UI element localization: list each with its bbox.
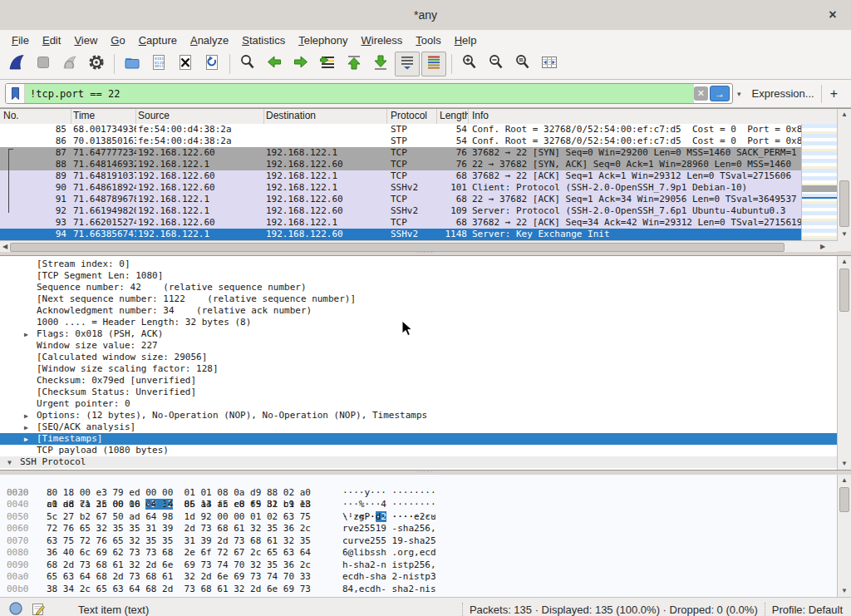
filter-bookmark-button[interactable]: [6, 84, 25, 103]
menu-tools[interactable]: Tools: [409, 33, 447, 47]
hex-row-0080[interactable]: 008036 40 6c 69 62 73 73 68 2e 6f 72 67 …: [0, 547, 851, 559]
hex-row-0040[interactable]: 0040a1 dd c1 25 00 00 04 34 06 14 f5 e8 …: [0, 499, 851, 511]
scroll-thumb[interactable]: [839, 180, 849, 227]
go-last-packet-button[interactable]: [368, 52, 393, 76]
profile-label[interactable]: Profile: Default: [772, 604, 843, 616]
scroll-down-icon[interactable]: ▼: [838, 585, 851, 597]
go-forward-button[interactable]: [288, 52, 313, 76]
display-filter-input[interactable]: [25, 84, 694, 103]
packet-list-vscrollbar[interactable]: ▲ ▼: [837, 109, 851, 240]
auto-scroll-button[interactable]: [395, 52, 420, 76]
stop-capture-button[interactable]: [31, 52, 56, 76]
hex-row-00b0[interactable]: 00b038 34 2c 65 63 64 68 2d 73 68 61 32 …: [0, 584, 851, 596]
col-protocol[interactable]: Protocol: [387, 109, 437, 124]
menu-capture[interactable]: Capture: [132, 33, 184, 47]
find-packet-button[interactable]: [235, 52, 260, 76]
scroll-thumb[interactable]: [10, 243, 785, 252]
restart-capture-button[interactable]: [57, 52, 82, 76]
detail-line-timestamps-selected[interactable]: ▶[Timestamps]: [0, 433, 838, 445]
menu-go[interactable]: Go: [104, 33, 131, 47]
menu-analyze[interactable]: Analyze: [184, 33, 235, 47]
go-first-packet-button[interactable]: [342, 52, 366, 76]
scroll-down-icon[interactable]: ▼: [838, 229, 851, 240]
scroll-left-icon[interactable]: ◀: [0, 241, 10, 252]
detail-line[interactable]: Sequence number: 42 (relative sequence n…: [0, 282, 838, 293]
start-capture-button[interactable]: [4, 52, 29, 76]
col-source[interactable]: Source: [136, 109, 264, 124]
capture-options-button[interactable]: [84, 52, 109, 76]
menu-statistics[interactable]: Statistics: [235, 33, 292, 47]
resize-columns-button[interactable]: [537, 52, 562, 76]
detail-line[interactable]: TCP payload (1080 bytes): [0, 445, 838, 456]
packet-row-85[interactable]: 8568.001734936fe:54:00:d4:38:2aSTP54Conf…: [0, 124, 801, 136]
detail-line[interactable]: [Checksum Status: Unverified]: [0, 387, 838, 398]
packet-row-87[interactable]: 8771.647777234192.168.122.60192.168.122.…: [0, 147, 801, 159]
scroll-up-icon[interactable]: ▲: [838, 475, 851, 486]
detail-line-flags[interactable]: ▶Flags: 0x018 (PSH, ACK): [0, 328, 838, 340]
filter-apply-icon[interactable]: →: [710, 86, 730, 101]
col-length[interactable]: Length: [437, 109, 469, 124]
menu-view[interactable]: View: [67, 33, 104, 47]
detail-line-ssh-version[interactable]: ▶SSH Version 2 (encryption:chacha20-poly…: [0, 468, 838, 471]
scroll-thumb[interactable]: [839, 487, 849, 512]
scroll-up-icon[interactable]: ▲: [838, 109, 851, 121]
hex-row-00a0[interactable]: 00a065 63 64 68 2d 73 68 61 32 2d 6e 69 …: [0, 571, 851, 584]
filter-clear-icon[interactable]: ✕: [694, 86, 708, 101]
detail-line[interactable]: [Calculated window size: 29056]: [0, 352, 838, 363]
hex-row-0070[interactable]: 007063 75 72 76 65 32 35 35 31 39 2d 73 …: [0, 535, 851, 548]
zoom-reset-button[interactable]: [510, 52, 535, 76]
detail-line-options[interactable]: ▶Options: (12 bytes), No-Operation (NOP)…: [0, 410, 838, 421]
packet-row-89[interactable]: 8971.648191037192.168.122.60192.168.122.…: [0, 170, 801, 182]
detail-line[interactable]: [Window size scaling factor: 128]: [0, 363, 838, 375]
menu-telephony[interactable]: Telephony: [292, 33, 354, 47]
detail-line[interactable]: 1000 .... = Header Length: 32 bytes (8): [0, 317, 838, 328]
expert-info-icon[interactable]: [8, 601, 23, 616]
packet-row-92[interactable]: 9271.661949820192.168.122.1192.168.122.6…: [0, 205, 801, 217]
packet-row-90[interactable]: 9071.648618924192.168.122.60192.168.122.…: [0, 182, 801, 194]
col-destination[interactable]: Destination: [264, 109, 387, 124]
menu-help[interactable]: Help: [448, 33, 484, 47]
filter-history-dropdown-icon[interactable]: ▾: [733, 90, 745, 98]
hex-row-0050[interactable]: 00505c 27 b2 67 50 ad 64 98 1d 92 00 00 …: [0, 511, 851, 524]
menu-edit[interactable]: Edit: [36, 33, 67, 47]
close-icon[interactable]: ×: [824, 7, 841, 23]
colorize-packets-button[interactable]: [421, 52, 446, 76]
expression-button[interactable]: Expression...: [745, 87, 821, 100]
detail-line[interactable]: Acknowledgment number: 34 (relative ack …: [0, 305, 838, 317]
col-time[interactable]: Time: [71, 109, 136, 124]
detail-line[interactable]: [TCP Segment Len: 1080]: [0, 270, 838, 282]
packet-row-94-selected[interactable]: 9471.663856741192.168.122.1192.168.122.6…: [0, 229, 801, 240]
bytes-vscrollbar[interactable]: ▲ ▼: [837, 475, 851, 597]
go-back-button[interactable]: [262, 52, 287, 76]
scroll-right-icon[interactable]: ▶: [818, 241, 828, 252]
open-file-button[interactable]: [120, 52, 145, 76]
hex-row-0030[interactable]: 003080 18 00 e3 79 ed 00 00 01 01 08 0a …: [0, 487, 851, 500]
packet-row-93[interactable]: 9371.662015274192.168.122.60192.168.122.…: [0, 217, 801, 229]
detail-line[interactable]: [Next sequence number: 1122 (relative se…: [0, 293, 838, 305]
detail-line[interactable]: Window size value: 227: [0, 340, 838, 352]
save-file-button[interactable]: 010101100011: [146, 52, 171, 76]
detail-line-seqack[interactable]: ▶[SEQ/ACK analysis]: [0, 421, 838, 433]
packet-row-88[interactable]: 8871.648146932192.168.122.1192.168.122.6…: [0, 159, 801, 170]
menu-wireless[interactable]: Wireless: [355, 33, 410, 47]
go-to-packet-button[interactable]: [315, 52, 340, 76]
packet-row-86[interactable]: 8670.013850163fe:54:00:d4:38:2aSTP54Conf…: [0, 136, 801, 147]
col-no[interactable]: No.: [0, 109, 71, 124]
scroll-down-icon[interactable]: ▼: [838, 458, 851, 470]
zoom-in-button[interactable]: [457, 52, 482, 76]
add-filter-button[interactable]: +: [822, 86, 846, 101]
hex-row-0020[interactable]: 0020 c0 a8 7a 3c 00 16 93 32 85 a3 ac c0…: [0, 475, 851, 487]
scroll-thumb[interactable]: [839, 269, 849, 312]
zoom-out-button[interactable]: [484, 52, 509, 76]
col-info[interactable]: Info: [469, 109, 838, 124]
capture-comment-icon[interactable]: [32, 602, 45, 616]
hex-row-0090[interactable]: 009068 2d 73 68 61 32 2d 6e 69 73 74 70 …: [0, 559, 851, 572]
detail-line[interactable]: Checksum: 0x79ed [unverified]: [0, 375, 838, 387]
menu-file[interactable]: File: [5, 33, 36, 47]
reload-file-button[interactable]: [199, 52, 224, 76]
details-vscrollbar[interactable]: ▲ ▼: [837, 256, 851, 470]
detail-line[interactable]: [Stream index: 0]: [0, 259, 838, 270]
packet-row-91[interactable]: 9171.648789678192.168.122.1192.168.122.6…: [0, 194, 801, 205]
detail-line[interactable]: Urgent pointer: 0: [0, 398, 838, 410]
detail-line-ssh-protocol[interactable]: ▼SSH Protocol: [0, 456, 838, 468]
